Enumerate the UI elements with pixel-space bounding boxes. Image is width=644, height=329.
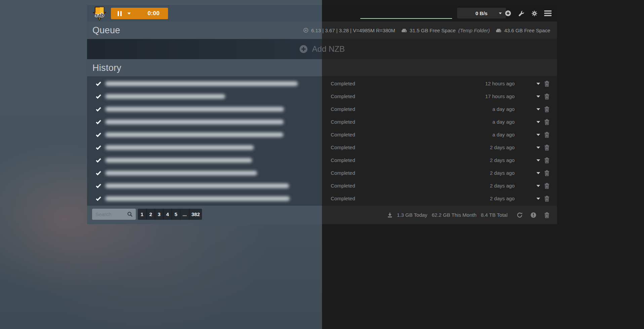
history-row[interactable]: Completed 12 hours ago — [87, 77, 557, 90]
top-navbar: sab 0:00 0 B/s — [87, 5, 557, 22]
add-nzb-label: Add NZB — [312, 44, 345, 54]
row-delete-button[interactable] — [544, 132, 550, 138]
total-all: 8.4 TB Total — [481, 212, 508, 218]
check-icon — [96, 171, 101, 175]
check-icon — [96, 183, 101, 188]
check-icon — [96, 132, 101, 137]
row-caret-button[interactable] — [536, 197, 540, 200]
row-caret-button[interactable] — [536, 172, 540, 175]
queue-section-header: Queue 6.13 | 3.67 | 3.28 | V=4985M R=380… — [87, 22, 557, 39]
row-caret-button[interactable] — [536, 146, 540, 149]
history-row[interactable]: Completed 2 days ago — [87, 167, 557, 179]
add-nzb-button[interactable]: Add NZB — [87, 39, 557, 59]
age-label: 2 days ago — [447, 141, 515, 154]
row-delete-button[interactable] — [544, 93, 550, 99]
warning-icon[interactable] — [530, 211, 537, 219]
row-delete-button[interactable] — [544, 81, 550, 87]
check-icon — [96, 120, 101, 124]
history-row[interactable]: Completed a day ago — [87, 103, 557, 116]
history-row[interactable]: Completed 17 hours ago — [87, 90, 557, 103]
age-label: a day ago — [447, 103, 515, 116]
history-footer: 12345...382 1.3 GB Today 62.2 GB This Mo… — [87, 206, 557, 224]
history-row[interactable]: Completed a day ago — [87, 116, 557, 128]
status-label: Completed — [331, 128, 355, 141]
caret-down-icon — [127, 12, 131, 15]
row-caret-button[interactable] — [536, 95, 540, 98]
wrench-icon[interactable] — [517, 9, 525, 17]
redacted-item-name — [105, 171, 257, 175]
status-label: Completed — [331, 167, 355, 179]
status-label: Completed — [331, 77, 355, 90]
pause-button[interactable]: 0:00 — [111, 8, 168, 19]
search-icon[interactable] — [127, 211, 133, 217]
gear-icon[interactable] — [531, 10, 538, 17]
check-icon — [96, 81, 101, 86]
row-delete-button[interactable] — [544, 170, 550, 176]
age-label: 2 days ago — [447, 167, 515, 179]
add-nzb-icon[interactable] — [504, 9, 512, 17]
age-label: a day ago — [447, 128, 515, 141]
trash-icon[interactable] — [544, 211, 550, 219]
redacted-item-name — [105, 120, 284, 124]
total-month: 62.2 GB This Month — [432, 212, 476, 218]
check-icon — [96, 94, 101, 99]
search-input[interactable] — [92, 211, 126, 217]
speed-dropdown-button[interactable]: 0 B/s — [457, 8, 506, 18]
history-row[interactable]: Completed a day ago — [87, 128, 557, 141]
row-caret-button[interactable] — [536, 133, 540, 136]
hdd-icon — [496, 28, 501, 33]
age-label: 17 hours ago — [447, 90, 515, 103]
caret-down-icon — [498, 12, 502, 14]
row-caret-button[interactable] — [536, 82, 540, 85]
disk-free-space-text: 43.6 GB Free Space — [504, 28, 550, 33]
history-row[interactable]: Completed 2 days ago — [87, 141, 557, 154]
row-caret-button[interactable] — [536, 108, 540, 111]
status-label: Completed — [331, 154, 355, 167]
history-search-box — [92, 209, 136, 220]
status-label: Completed — [331, 103, 355, 116]
sabnzbd-window: sab 0:00 0 B/s — [87, 5, 557, 224]
history-row[interactable]: Completed 2 days ago — [87, 179, 557, 192]
plus-circle-icon — [299, 45, 308, 53]
status-label: Completed — [331, 90, 355, 103]
history-title: History — [92, 63, 121, 73]
refresh-icon[interactable] — [516, 211, 523, 219]
temp-folder-label: (Temp Folder) — [458, 28, 490, 33]
age-label: 2 days ago — [447, 154, 515, 167]
page-button-382[interactable]: 382 — [189, 209, 202, 220]
row-delete-button[interactable] — [544, 183, 550, 189]
sabnzbd-logo[interactable]: sab — [93, 6, 106, 20]
page-button-5[interactable]: 5 — [171, 209, 180, 220]
row-caret-button[interactable] — [536, 159, 540, 162]
row-delete-button[interactable] — [544, 196, 550, 202]
history-row[interactable]: Completed 2 days ago — [87, 154, 557, 167]
page-button-2[interactable]: 2 — [146, 209, 155, 220]
menu-icon[interactable] — [544, 10, 552, 17]
download-icon — [387, 212, 393, 218]
row-caret-button[interactable] — [536, 121, 540, 124]
redacted-item-name — [105, 107, 284, 112]
row-caret-button[interactable] — [536, 184, 540, 188]
row-delete-button[interactable] — [544, 145, 550, 151]
history-section-header: History — [87, 59, 557, 76]
check-icon — [96, 158, 101, 163]
page-button-4[interactable]: 4 — [163, 209, 171, 220]
history-row[interactable]: Completed 2 days ago — [87, 192, 557, 205]
logo-text: sab — [95, 12, 104, 18]
page-ellipsis[interactable]: ... — [180, 209, 189, 220]
total-today: 1.3 GB Today — [397, 212, 428, 218]
age-label: 2 days ago — [447, 179, 515, 192]
page-button-3[interactable]: 3 — [155, 209, 163, 220]
row-delete-button[interactable] — [544, 106, 550, 112]
history-list: Completed 12 hours ago Completed 17 hour… — [87, 76, 557, 206]
check-icon — [96, 107, 101, 112]
row-delete-button[interactable] — [544, 157, 550, 163]
page-button-1[interactable]: 1 — [138, 209, 146, 220]
hdd-icon — [401, 28, 407, 33]
check-icon — [96, 145, 101, 150]
redacted-item-name — [105, 132, 283, 137]
queue-filter-input[interactable] — [360, 9, 452, 19]
row-delete-button[interactable] — [544, 119, 550, 125]
redacted-item-name — [105, 196, 290, 201]
server-stats: 6.13 | 3.67 | 3.28 | V=4985M R=380M — [303, 28, 395, 33]
